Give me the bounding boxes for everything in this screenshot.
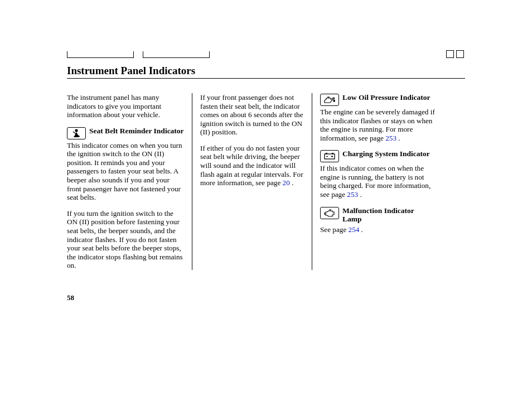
engine-icon-svg xyxy=(322,208,337,218)
text-fragment: The engine can be severely damaged if th… xyxy=(320,108,435,142)
low-oil-indicator-header: Low Oil Pressure Indicator xyxy=(320,93,435,106)
crop-square xyxy=(446,50,454,58)
oil-can-icon-svg xyxy=(322,95,337,105)
low-oil-paragraph: The engine can be severely damaged if th… xyxy=(320,108,435,142)
svg-rect-1 xyxy=(74,136,79,137)
svg-point-0 xyxy=(75,129,78,132)
crop-mark xyxy=(143,51,210,58)
text-fragment: If this indicator comes on when the engi… xyxy=(320,164,431,199)
svg-rect-3 xyxy=(325,154,335,159)
svg-rect-2 xyxy=(327,97,330,98)
charging-paragraph: If this indicator comes on when the engi… xyxy=(320,164,435,199)
crop-marks xyxy=(67,51,426,58)
seatbelt-paragraph-1: This indicator comes on when you turn th… xyxy=(67,141,184,202)
text-fragment: . xyxy=(359,225,363,234)
column-2: If your front passenger does not fasten … xyxy=(192,93,312,270)
crop-marks-right xyxy=(446,50,464,58)
driving-beeper-paragraph: If either of you do not fasten your seat… xyxy=(200,144,304,187)
mil-indicator-title: Malfunction Indicator Lamp xyxy=(342,206,435,224)
intro-paragraph: The instrument panel has many indicators… xyxy=(67,93,184,119)
svg-rect-5 xyxy=(332,153,333,154)
page-number: 58 xyxy=(67,293,74,302)
oil-can-icon xyxy=(320,94,339,106)
seatbelt-icon xyxy=(67,127,86,139)
crop-marks-left xyxy=(67,51,210,58)
text-fragment: . xyxy=(396,134,400,142)
seatbelt-icon-svg xyxy=(69,128,84,138)
crop-mark xyxy=(67,51,134,58)
seatbelt-paragraph-2: If you turn the ignition switch to the O… xyxy=(67,209,184,270)
seatbelt-indicator-header: Seat Belt Reminder Indicator xyxy=(67,127,184,139)
battery-icon-svg xyxy=(322,151,337,161)
passenger-paragraph: If your front passenger does not fasten … xyxy=(200,93,304,137)
crop-square xyxy=(456,50,464,58)
charging-indicator-header: Charging System Indicator xyxy=(320,149,435,162)
column-3: Low Oil Pressure Indicator The engine ca… xyxy=(312,93,435,270)
text-fragment: . xyxy=(358,190,362,199)
page-link-253-oil[interactable]: 253 xyxy=(385,134,396,142)
column-1: The instrument panel has many indicators… xyxy=(67,93,192,270)
text-fragment: . xyxy=(290,178,294,187)
page-link-20[interactable]: 20 xyxy=(283,178,290,187)
charging-indicator-title: Charging System Indicator xyxy=(342,149,430,158)
mil-paragraph: See page 254 . xyxy=(320,225,435,234)
svg-rect-4 xyxy=(326,153,327,154)
text-fragment: See page xyxy=(320,225,349,234)
seatbelt-indicator-title: Seat Belt Reminder Indicator xyxy=(89,127,184,136)
page-link-253-charging[interactable]: 253 xyxy=(347,190,358,199)
page-link-254[interactable]: 254 xyxy=(349,225,360,234)
manual-page: Instrument Panel Indicators The instrume… xyxy=(0,0,532,396)
page-title: Instrument Panel Indicators xyxy=(67,65,465,79)
engine-icon xyxy=(320,207,339,219)
mil-indicator-header: Malfunction Indicator Lamp xyxy=(320,206,435,224)
low-oil-indicator-title: Low Oil Pressure Indicator xyxy=(342,93,430,102)
body-columns: The instrument panel has many indicators… xyxy=(67,93,465,270)
battery-icon xyxy=(320,150,339,162)
